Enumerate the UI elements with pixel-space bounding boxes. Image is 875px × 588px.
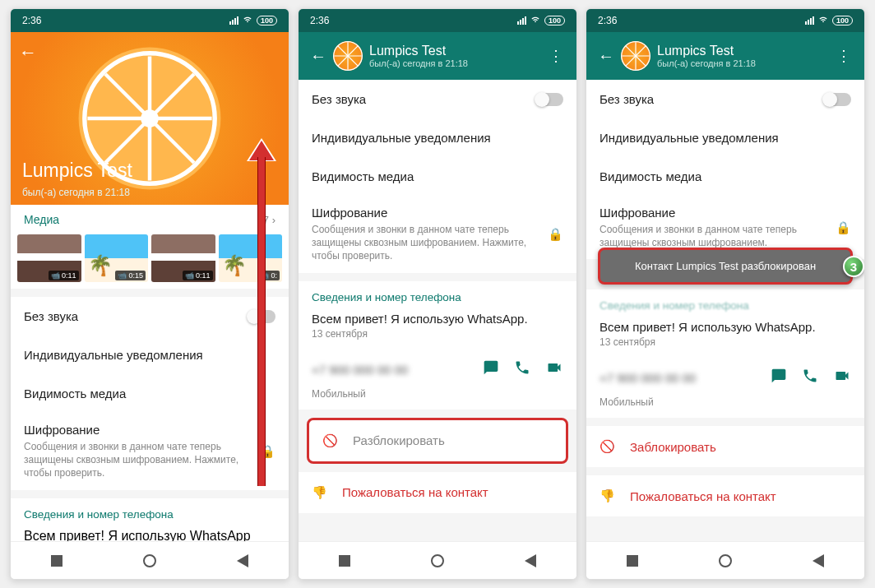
encryption-row[interactable]: Шифрование Сообщения и звонки в данном ч… xyxy=(299,196,576,273)
app-bar: ← Lumpics Test был(-а) сегодня в 21:18 ⋮ xyxy=(586,32,864,80)
message-icon[interactable] xyxy=(771,368,787,388)
appbar-title: Lumpics Test xyxy=(369,43,540,58)
avatar-icon[interactable] xyxy=(333,41,363,71)
media-section-header[interactable]: Медиа 7 › xyxy=(11,205,289,234)
appbar-subtitle: был(-а) сегодня в 21:18 xyxy=(657,58,828,69)
svg-line-19 xyxy=(348,56,358,66)
message-icon[interactable] xyxy=(483,359,499,380)
report-label: Пожаловаться на контакт xyxy=(342,485,488,499)
phone-screen-3: 2:36 100 ← Lumpics Test был(-а) сегодня … xyxy=(586,8,865,580)
nav-bar xyxy=(11,541,289,579)
block-button[interactable]: 🚫 Заблокировать xyxy=(586,426,864,467)
more-icon[interactable]: ⋮ xyxy=(540,40,572,72)
back-icon[interactable]: ← xyxy=(591,40,621,72)
wifi-icon xyxy=(242,15,253,26)
svg-line-26 xyxy=(636,46,646,56)
status-bar: 2:36 100 xyxy=(586,9,864,32)
mute-toggle-row[interactable]: Без звука xyxy=(586,80,864,118)
contact-name: Lumpics Test xyxy=(22,160,132,182)
report-button[interactable]: 👍 Пожаловаться на контакт xyxy=(299,472,576,513)
media-visibility-row[interactable]: Видимость медиа xyxy=(586,157,864,196)
wifi-icon xyxy=(530,15,541,26)
unblock-label: Разблокировать xyxy=(353,433,445,447)
call-icon[interactable] xyxy=(802,368,818,388)
custom-notifications-row[interactable]: Индивидуальные уведомления xyxy=(299,118,576,157)
phone-number-row[interactable]: +7 900 000 00 00 xyxy=(586,359,864,396)
media-visibility-label: Видимость медиа xyxy=(24,387,126,400)
annotation-arrow-up xyxy=(249,141,274,486)
status-time: 2:36 xyxy=(598,15,617,26)
mute-toggle-row[interactable]: Без звука xyxy=(11,297,289,336)
svg-line-27 xyxy=(626,56,636,66)
toast-unblocked: Контакт Lumpics Test разблокирован xyxy=(598,248,853,285)
lock-icon: 🔒 xyxy=(548,227,563,242)
avatar-icon[interactable] xyxy=(621,41,650,71)
more-icon[interactable]: ⋮ xyxy=(828,40,859,72)
svg-line-28 xyxy=(636,56,646,66)
switch-icon[interactable] xyxy=(535,93,563,106)
mute-toggle-row[interactable]: Без звука xyxy=(299,80,576,118)
media-visibility-row[interactable]: Видимость медиа xyxy=(299,157,576,196)
status-date: 13 сентября xyxy=(312,328,563,340)
media-thumbnails[interactable]: 📹 0:11 🌴📹 0:15 📹 0:11 🌴📹 0: xyxy=(11,234,289,289)
appbar-title: Lumpics Test xyxy=(657,43,828,58)
switch-icon[interactable] xyxy=(823,93,851,106)
thumbs-down-icon: 👍 xyxy=(600,488,615,503)
call-icon[interactable] xyxy=(514,359,530,380)
phone-number-blurred: +7 900 000 00 00 xyxy=(600,371,696,385)
phone-number-row[interactable]: +7 900 000 00 00 xyxy=(299,351,576,388)
block-icon: 🚫 xyxy=(322,433,338,448)
custom-notifications-row[interactable]: Индивидуальные уведомления xyxy=(11,336,289,374)
video-icon[interactable] xyxy=(833,368,851,388)
svg-line-16 xyxy=(338,46,348,56)
battery-icon: 100 xyxy=(832,16,853,25)
about-phone-header: Сведения и номер телефона xyxy=(299,281,576,308)
nav-home-icon[interactable] xyxy=(143,554,156,567)
svg-line-18 xyxy=(338,56,348,66)
nav-home-icon[interactable] xyxy=(431,554,444,567)
contact-status: Всем привет! Я использую WhatsApp. xyxy=(600,320,851,334)
app-bar: ← Lumpics Test был(-а) сегодня в 21:18 ⋮ xyxy=(299,32,576,80)
phone-type: Мобильный xyxy=(299,388,576,410)
custom-notif-label: Индивидуальные уведомления xyxy=(24,348,203,362)
media-visibility-row[interactable]: Видимость медиа xyxy=(11,374,289,413)
unblock-button[interactable]: 🚫 Разблокировать xyxy=(309,420,566,461)
nav-back-icon[interactable] xyxy=(812,554,824,567)
contact-last-seen: был(-а) сегодня в 21:18 xyxy=(22,187,130,198)
nav-recent-icon[interactable] xyxy=(627,555,638,567)
status-bar: 2:36 100 xyxy=(299,9,576,32)
nav-bar xyxy=(586,541,864,579)
encryption-title: Шифрование xyxy=(24,423,252,437)
report-button[interactable]: 👍 Пожаловаться на контакт xyxy=(586,475,864,516)
status-time: 2:36 xyxy=(22,15,41,26)
video-icon[interactable] xyxy=(545,359,563,380)
nav-recent-icon[interactable] xyxy=(51,555,62,567)
wifi-icon xyxy=(817,15,829,26)
status-time: 2:36 xyxy=(310,15,329,26)
toast-text: Контакт Lumpics Test разблокирован xyxy=(635,260,816,272)
signal-icon xyxy=(517,16,526,25)
block-label: Заблокировать xyxy=(630,440,716,454)
encryption-row[interactable]: Шифрование Сообщения и звонки в данном ч… xyxy=(11,413,289,490)
appbar-subtitle: был(-а) сегодня в 21:18 xyxy=(369,58,540,69)
annotation-marker-3: 3 xyxy=(843,256,864,277)
back-icon[interactable]: ← xyxy=(303,40,333,72)
signal-icon xyxy=(229,16,238,25)
thumbs-down-icon: 👍 xyxy=(312,485,327,500)
contact-hero: ← Lumpics Test был(-а) сегодня в 21:18 xyxy=(11,32,289,205)
back-icon[interactable]: ← xyxy=(19,42,37,63)
nav-back-icon[interactable] xyxy=(237,554,248,567)
phone-type: Мобильный xyxy=(586,396,864,418)
svg-line-25 xyxy=(626,46,636,56)
signal-icon xyxy=(805,16,814,25)
contact-status: Всем привет! Я использую WhatsApp xyxy=(11,525,289,541)
svg-line-17 xyxy=(348,46,358,56)
svg-point-10 xyxy=(141,109,159,127)
media-label: Медиа xyxy=(24,213,59,226)
nav-home-icon[interactable] xyxy=(719,554,732,567)
nav-back-icon[interactable] xyxy=(525,554,536,567)
about-phone-header: Сведения и номер телефона xyxy=(11,498,289,525)
nav-recent-icon[interactable] xyxy=(339,555,350,567)
battery-icon: 100 xyxy=(257,16,277,25)
custom-notifications-row[interactable]: Индивидуальные уведомления xyxy=(586,118,864,157)
